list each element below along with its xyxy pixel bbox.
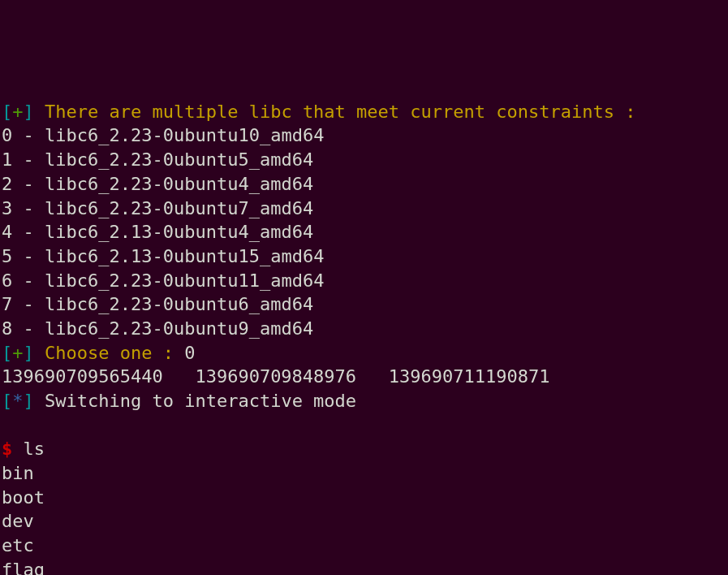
shell-line[interactable]: $ ls bbox=[2, 437, 726, 461]
numbers-line: 139690709565440 139690709848976 13969071… bbox=[2, 365, 726, 389]
libc-name: libc6_2.23-0ubuntu11_amd64 bbox=[45, 270, 324, 291]
libc-name: libc6_2.23-0ubuntu4_amd64 bbox=[45, 174, 313, 194]
header-line: [+] There are multiple libc that meet cu… bbox=[2, 100, 726, 124]
switching-message: Switching to interactive mode bbox=[34, 391, 356, 411]
shell-command: ls bbox=[12, 439, 45, 459]
header-message: There are multiple libc that meet curren… bbox=[34, 102, 636, 122]
libc-index: 2 bbox=[2, 174, 12, 194]
bracket-close: ] bbox=[24, 391, 34, 411]
libc-index: 8 bbox=[2, 318, 12, 339]
libc-index: 0 bbox=[2, 125, 12, 145]
shell-prompt: $ bbox=[2, 439, 12, 459]
libc-name: libc6_2.23-0ubuntu6_amd64 bbox=[45, 294, 313, 314]
bracket-close: ] bbox=[24, 102, 34, 122]
switching-line: [*] Switching to interactive mode bbox=[2, 389, 726, 413]
ls-entry: boot bbox=[2, 486, 726, 510]
libc-item: 7 - libc6_2.23-0ubuntu6_amd64 bbox=[2, 292, 726, 317]
libc-name: libc6_2.23-0ubuntu10_amd64 bbox=[45, 125, 324, 145]
bracket-close: ] bbox=[24, 343, 34, 363]
bracket-open: [ bbox=[2, 391, 12, 411]
libc-index: 7 bbox=[2, 294, 12, 314]
ls-entry: bin bbox=[2, 461, 726, 486]
blank-line bbox=[2, 413, 726, 438]
libc-index: 1 bbox=[2, 149, 12, 170]
libc-name: libc6_2.23-0ubuntu7_amd64 bbox=[45, 198, 313, 218]
libc-item: 4 - libc6_2.13-0ubuntu4_amd64 bbox=[2, 220, 726, 244]
ls-entry: dev bbox=[2, 509, 726, 534]
choose-value: 0 bbox=[184, 343, 195, 363]
libc-name: libc6_2.13-0ubuntu15_amd64 bbox=[45, 246, 324, 266]
choose-line: [+] Choose one : 0 bbox=[2, 341, 726, 365]
libc-name: libc6_2.23-0ubuntu5_amd64 bbox=[45, 149, 313, 170]
libc-item: 0 - libc6_2.23-0ubuntu10_amd64 bbox=[2, 123, 726, 148]
ls-entry: etc bbox=[2, 534, 726, 558]
plus-icon: + bbox=[12, 102, 23, 122]
libc-item: 5 - libc6_2.13-0ubuntu15_amd64 bbox=[2, 244, 726, 269]
star-icon: * bbox=[12, 391, 23, 411]
libc-item: 2 - libc6_2.23-0ubuntu4_amd64 bbox=[2, 172, 726, 197]
plus-icon: + bbox=[12, 343, 23, 363]
libc-item: 6 - libc6_2.23-0ubuntu11_amd64 bbox=[2, 269, 726, 293]
libc-name: libc6_2.23-0ubuntu9_amd64 bbox=[45, 318, 313, 339]
libc-item: 8 - libc6_2.23-0ubuntu9_amd64 bbox=[2, 317, 726, 341]
libc-item: 1 - libc6_2.23-0ubuntu5_amd64 bbox=[2, 148, 726, 172]
bracket-open: [ bbox=[2, 343, 12, 363]
ls-entry: flag bbox=[2, 558, 726, 575]
libc-index: 4 bbox=[2, 222, 12, 242]
libc-index: 5 bbox=[2, 246, 12, 266]
bracket-open: [ bbox=[2, 102, 12, 122]
libc-index: 6 bbox=[2, 270, 12, 291]
libc-index: 3 bbox=[2, 198, 12, 218]
libc-name: libc6_2.13-0ubuntu4_amd64 bbox=[45, 222, 313, 242]
terminal-output: [+] There are multiple libc that meet cu… bbox=[2, 100, 726, 575]
choose-label: Choose one : bbox=[34, 343, 184, 363]
libc-item: 3 - libc6_2.23-0ubuntu7_amd64 bbox=[2, 197, 726, 221]
